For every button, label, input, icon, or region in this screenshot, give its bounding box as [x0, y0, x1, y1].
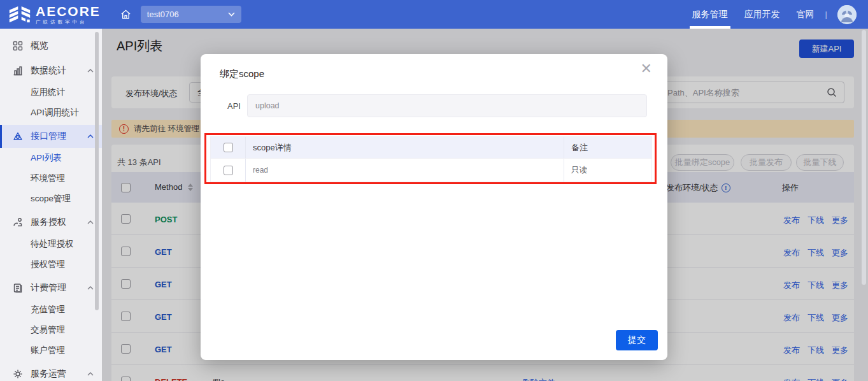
aecore-logo-icon — [8, 4, 31, 25]
sidebar-item-label: 接口管理 — [31, 131, 66, 142]
api-field[interactable] — [247, 94, 647, 117]
sidebar-item-data-stats[interactable]: 数据统计 — [0, 59, 102, 82]
api-management-icon — [13, 131, 24, 142]
sidebar-item-billing[interactable]: 计费管理 — [0, 277, 102, 299]
content-scrollbar[interactable] — [862, 30, 866, 285]
brand-logo: AECORE 广联达数字中台 — [8, 4, 101, 25]
scope-table-header: scope详情 备注 — [211, 137, 651, 158]
nav-official-site[interactable]: 官网 — [788, 0, 823, 29]
sidebar-item-label: 服务运营 — [31, 368, 66, 380]
chevron-up-icon[interactable] — [87, 134, 94, 138]
sidebar-item-label: 计费管理 — [31, 282, 66, 294]
sidebar-scrollbar[interactable] — [95, 32, 99, 310]
workspace-select-value: test0706 — [147, 10, 179, 19]
sidebar-item-label: 服务授权 — [31, 217, 66, 228]
sidebar-item-label: 概览 — [31, 40, 48, 52]
chevron-up-icon[interactable] — [87, 69, 94, 73]
api-field-label: API — [213, 101, 241, 111]
sidebar-item-service-auth[interactable]: 服务授权 — [0, 211, 102, 234]
sidebar-item-recharge[interactable]: 充值管理 — [0, 299, 102, 320]
scope-table: scope详情 备注 read 只读 — [210, 136, 652, 182]
sidebar-item-service-ops[interactable]: 服务运营 — [0, 363, 102, 381]
header-nav: 服务管理 应用开发 官网 | — [684, 0, 860, 29]
avatar[interactable] — [837, 5, 857, 24]
overview-icon — [13, 41, 24, 52]
sidebar-item-api-management[interactable]: 接口管理 — [0, 125, 102, 148]
nav-divider: | — [825, 10, 827, 19]
sidebar-item-api-list[interactable]: API列表 — [0, 148, 102, 168]
sidebar-item-api-call-stats[interactable]: API调用统计 — [0, 103, 102, 123]
sidebar-item-pending-auth[interactable]: 待处理授权 — [0, 234, 102, 254]
note-cell: 只读 — [564, 159, 651, 182]
service-ops-icon — [13, 369, 24, 380]
chevron-up-icon[interactable] — [87, 220, 94, 224]
column-header-scope-detail: scope详情 — [246, 137, 564, 158]
submit-button[interactable]: 提交 — [616, 330, 658, 350]
scope-row-checkbox[interactable] — [224, 166, 233, 175]
close-icon[interactable]: ✕ — [641, 62, 652, 76]
workspace-select[interactable]: test0706 — [141, 6, 241, 23]
chevron-up-icon[interactable] — [87, 286, 94, 290]
sidebar-item-accounts[interactable]: 账户管理 — [0, 340, 102, 361]
service-auth-icon — [13, 217, 24, 228]
bar-chart-icon — [13, 66, 24, 76]
sidebar-item-env-management[interactable]: 环境管理 — [0, 168, 102, 189]
scope-table-row: read 只读 — [211, 158, 651, 182]
scope-select-all-checkbox[interactable] — [224, 143, 233, 152]
logo-subtitle: 广联达数字中台 — [36, 20, 101, 25]
nav-service-management[interactable]: 服务管理 — [684, 0, 736, 29]
home-icon[interactable] — [120, 8, 132, 20]
top-header: AECORE 广联达数字中台 test0706 服务管理 应用开发 官网 | — [0, 0, 868, 29]
logo-text: AECORE — [36, 4, 101, 18]
sidebar: 概览 数据统计 应用统计 API调用统计 接口管理 API列表 环境管理 sco… — [0, 29, 102, 381]
column-header-note: 备注 — [564, 137, 651, 158]
sidebar-item-overview[interactable]: 概览 — [0, 34, 102, 57]
chevron-down-icon — [228, 12, 235, 17]
sidebar-item-scope-management[interactable]: scope管理 — [0, 189, 102, 209]
sidebar-item-app-stats[interactable]: 应用统计 — [0, 82, 102, 103]
sidebar-item-transactions[interactable]: 交易管理 — [0, 320, 102, 340]
billing-icon — [13, 283, 24, 294]
sidebar-item-auth-management[interactable]: 授权管理 — [0, 254, 102, 275]
modal-title: 绑定scope — [220, 68, 264, 80]
sidebar-item-label: 数据统计 — [31, 65, 66, 76]
scope-detail-cell: read — [246, 159, 564, 182]
bind-scope-modal: 绑定scope ✕ API scope详情 备注 read 只读 提交 — [201, 54, 667, 360]
chevron-up-icon[interactable] — [87, 372, 94, 376]
nav-app-development[interactable]: 应用开发 — [736, 0, 788, 29]
